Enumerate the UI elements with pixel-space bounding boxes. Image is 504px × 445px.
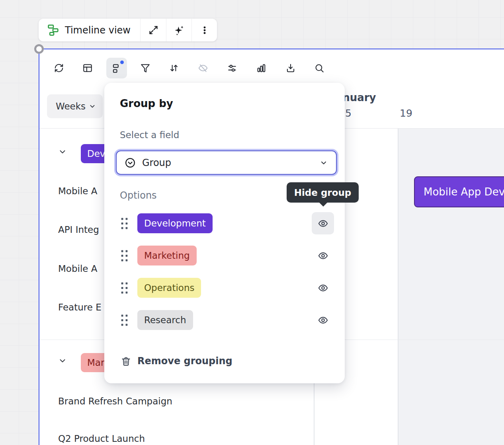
collapse-group-button[interactable]: [58, 147, 67, 156]
timeline-logo-icon: [47, 24, 60, 36]
option-chip[interactable]: Research: [137, 310, 193, 330]
drag-handle-icon[interactable]: [121, 282, 128, 294]
group-by-panel: Group by Select a field Group Options De…: [104, 83, 345, 383]
options-label: Options: [120, 190, 157, 201]
filter-button[interactable]: [135, 58, 156, 78]
drag-handle-icon[interactable]: [121, 250, 128, 262]
drag-handle-icon[interactable]: [121, 314, 128, 326]
widget-toolbar: Timeline view: [39, 19, 217, 41]
search-icon: [314, 63, 324, 73]
sliders-icon: [227, 63, 237, 73]
hide-group-button[interactable]: [312, 277, 334, 299]
widget-title-button[interactable]: Timeline view: [39, 19, 140, 41]
selection-border-top: [39, 49, 504, 49]
hide-group-button[interactable]: [312, 244, 334, 267]
option-chip[interactable]: Operations: [137, 278, 201, 298]
timeline-bar[interactable]: Mobile App Dev: [414, 176, 504, 207]
tooltip: Hide group: [287, 182, 359, 203]
circle-chevron-icon: [125, 157, 136, 168]
chart-button[interactable]: [251, 58, 272, 78]
refresh-button[interactable]: [49, 58, 69, 78]
remove-grouping-label: Remove grouping: [137, 355, 232, 367]
search-button[interactable]: [309, 58, 330, 78]
sort-button[interactable]: [164, 58, 184, 78]
resize-handle[interactable]: [34, 44, 44, 54]
eye-off-icon: [198, 63, 208, 73]
field-select[interactable]: Group: [116, 150, 337, 175]
widget-title: Timeline view: [65, 25, 131, 36]
whiteboard-canvas[interactable]: { "widget_toolbar": { "title": "Timeline…: [0, 0, 504, 445]
task-row-label[interactable]: Mobile A: [58, 263, 98, 274]
export-button[interactable]: [280, 58, 301, 78]
week-number: 19: [400, 107, 412, 119]
task-row-label[interactable]: Feature E: [58, 302, 102, 312]
scale-label: Weeks: [56, 101, 86, 111]
hide-group-button[interactable]: [312, 309, 334, 331]
option-row: Development: [104, 207, 345, 239]
week-gridline: [398, 129, 399, 445]
kebab-menu-icon: [199, 25, 210, 35]
sort-icon: [169, 63, 179, 73]
collapse-group-button[interactable]: [58, 356, 67, 365]
chevron-down-icon: [88, 102, 96, 110]
bar-chart-icon: [256, 63, 266, 73]
remove-grouping-button[interactable]: Remove grouping: [121, 355, 232, 367]
trash-icon: [121, 356, 131, 367]
week-number: 5: [345, 107, 352, 119]
option-row: Operations: [104, 272, 345, 304]
scale-selector[interactable]: Weeks: [47, 94, 103, 118]
option-row: Marketing: [104, 240, 345, 271]
group-by-button[interactable]: [106, 58, 127, 78]
ai-assist-button[interactable]: [166, 19, 191, 41]
task-row-label[interactable]: Q2 Product Launch: [58, 433, 145, 444]
task-row-label[interactable]: Brand Refresh Campaign: [58, 396, 172, 406]
option-row: Research: [104, 304, 345, 336]
task-row-label[interactable]: Mobile A: [58, 186, 98, 196]
active-badge: [119, 60, 125, 65]
tooltip-caret: [319, 202, 328, 207]
layout-table-icon: [82, 63, 93, 73]
filter-icon: [140, 63, 150, 73]
expand-button[interactable]: [140, 19, 166, 41]
refresh-icon: [54, 63, 64, 73]
hide-group-button[interactable]: [312, 212, 334, 234]
task-row-label[interactable]: API Integ: [58, 224, 99, 235]
download-icon: [285, 63, 296, 73]
selection-border-left: [39, 49, 39, 445]
drag-handle-icon[interactable]: [121, 218, 128, 229]
option-chip[interactable]: Marketing: [137, 246, 197, 265]
more-options-button[interactable]: [191, 19, 217, 41]
panel-title: Group by: [120, 98, 173, 109]
sparkle-icon: [174, 25, 185, 36]
option-chip[interactable]: Development: [137, 213, 213, 233]
chevron-down-icon: [319, 158, 328, 167]
hide-fields-button[interactable]: [193, 58, 213, 78]
field-section-label: Select a field: [120, 130, 179, 140]
expand-icon: [148, 25, 159, 35]
settings-button[interactable]: [222, 58, 242, 78]
layout-button[interactable]: [77, 58, 98, 78]
field-select-value: Group: [142, 157, 319, 168]
